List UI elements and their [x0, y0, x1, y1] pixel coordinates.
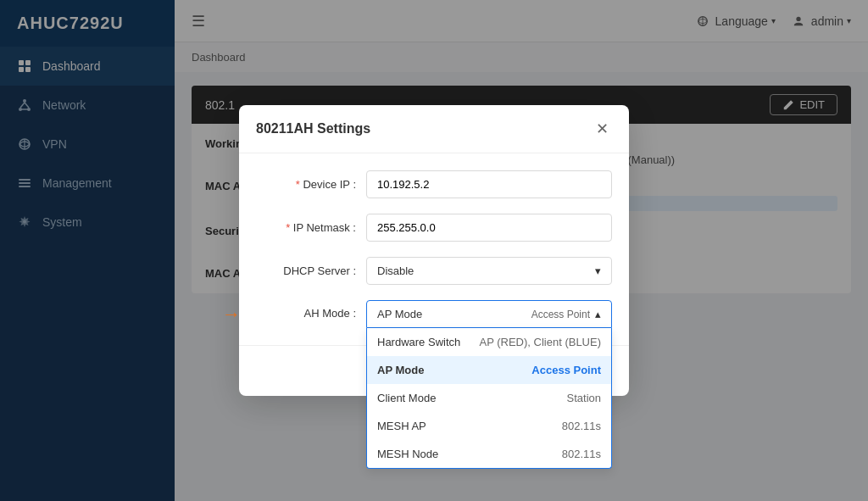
chevron-up-icon: ▴ [595, 308, 601, 320]
dhcp-server-select[interactable]: Disable ▾ [366, 257, 612, 285]
modal-overlay[interactable]: 80211AH Settings ✕ Device IP : IP Netmas… [0, 0, 868, 501]
modal-close-button[interactable]: ✕ [592, 119, 612, 139]
settings-modal: 80211AH Settings ✕ Device IP : IP Netmas… [239, 105, 629, 396]
modal-body: Device IP : IP Netmask : DHCP Server : D… [239, 153, 629, 345]
device-ip-row: Device IP : [256, 170, 612, 198]
dropdown-item-mesh-node[interactable]: MESH Node 802.11s [367, 440, 611, 468]
modal-title: 80211AH Settings [256, 121, 370, 136]
ah-mode-label: AH Mode : [256, 300, 366, 320]
dhcp-server-row: DHCP Server : Disable ▾ [256, 257, 612, 285]
modal-header: 80211AH Settings ✕ [239, 105, 629, 153]
dropdown-item-hardware-switch[interactable]: Hardware Switch AP (RED), Client (BLUE) [367, 328, 611, 356]
device-ip-label: Device IP : [256, 178, 366, 191]
chevron-down-icon: ▾ [595, 264, 601, 277]
dropdown-item-ap-mode[interactable]: AP Mode Access Point [367, 356, 611, 384]
dhcp-server-label: DHCP Server : [256, 264, 366, 277]
arrow-indicator: → [222, 303, 241, 326]
ah-mode-row: → AH Mode : AP Mode Access Point ▴ Hardw… [256, 300, 612, 328]
ah-mode-dropdown[interactable]: Hardware Switch AP (RED), Client (BLUE) … [366, 328, 612, 469]
device-ip-input[interactable] [366, 170, 612, 198]
ip-netmask-input[interactable] [366, 214, 612, 242]
ip-netmask-label: IP Netmask : [256, 221, 366, 234]
ah-mode-select[interactable]: AP Mode Access Point ▴ Hardware Switch A… [366, 300, 612, 328]
dropdown-item-mesh-ap[interactable]: MESH AP 802.11s [367, 412, 611, 440]
dropdown-item-client-mode[interactable]: Client Mode Station [367, 384, 611, 412]
ip-netmask-row: IP Netmask : [256, 214, 612, 242]
